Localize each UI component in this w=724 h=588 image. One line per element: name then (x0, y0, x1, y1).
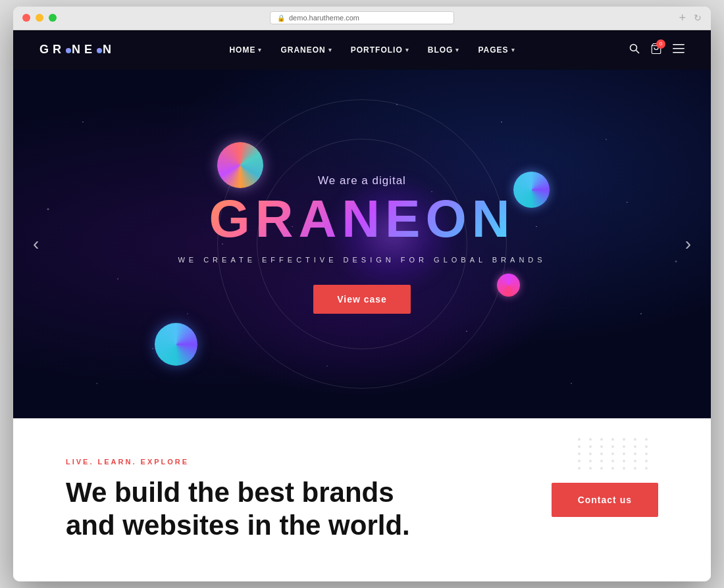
nav-link-blog[interactable]: BLOG ▾ (428, 45, 460, 55)
url-text: demo.harutheme.com (289, 14, 359, 22)
chevron-down-icon: ▾ (258, 47, 262, 53)
svg-rect-5 (673, 52, 685, 53)
search-button[interactable] (629, 43, 640, 57)
nav-item-graneon[interactable]: GRANEON ▾ (280, 45, 332, 55)
contact-us-button[interactable]: Contact us (552, 483, 658, 517)
mac-minimize-button[interactable] (36, 14, 43, 22)
nav-item-portfolio[interactable]: PORTFOLIO ▾ (351, 45, 409, 55)
nav-item-pages[interactable]: PAGES ▾ (478, 45, 515, 55)
svg-rect-4 (673, 48, 685, 49)
chevron-down-icon-5: ▾ (511, 47, 515, 53)
site-wrapper: GRNEN HOME ▾ GRANEON ▾ PO (13, 30, 711, 582)
nav-link-home[interactable]: HOME ▾ (229, 45, 262, 55)
nav-item-home[interactable]: HOME ▾ (229, 45, 262, 55)
logo-dot (66, 48, 71, 53)
mac-close-button[interactable] (22, 14, 30, 22)
section-eyebrow: LIVE. LEARN. EXPLORE (66, 458, 434, 466)
svg-point-0 (631, 44, 637, 51)
hero-tagline: WE CREATE EFFECTIVE DESIGN FOR GLOBAL BR… (178, 256, 546, 264)
hero-section: ‹ › We are a digital GRANEON WE CREATE E… (13, 70, 711, 418)
hamburger-button[interactable] (673, 44, 685, 56)
new-tab-button[interactable]: + (679, 11, 686, 25)
section-text: LIVE. LEARN. EXPLORE We build the best b… (66, 458, 434, 543)
svg-rect-3 (673, 44, 685, 45)
planet-4 (155, 323, 197, 366)
chevron-down-icon-3: ▾ (405, 47, 409, 53)
dots-decoration (578, 438, 652, 470)
chevron-down-icon-2: ▾ (328, 47, 332, 53)
search-icon (629, 43, 640, 54)
hero-cta-button[interactable]: View case (313, 285, 411, 314)
nav-item-blog[interactable]: BLOG ▾ (428, 45, 460, 55)
cart-badge: 0 (656, 39, 665, 49)
svg-line-1 (636, 50, 640, 53)
reload-icon[interactable]: ↻ (694, 12, 702, 23)
hero-content: We are a digital GRANEON WE CREATE EFFEC… (178, 174, 546, 314)
nav-link-portfolio[interactable]: PORTFOLIO ▾ (351, 45, 409, 55)
mac-addressbar: 🔒 demo.harutheme.com (270, 11, 454, 24)
nav-link-pages[interactable]: PAGES ▾ (478, 45, 515, 55)
navbar: GRNEN HOME ▾ GRANEON ▾ PO (13, 30, 711, 70)
mac-fullscreen-button[interactable] (49, 14, 57, 22)
logo-dot-2 (97, 48, 102, 53)
chevron-down-icon-4: ▾ (455, 47, 459, 53)
slider-prev-button[interactable]: ‹ (26, 227, 45, 261)
nav-logo: GRNEN (39, 43, 115, 57)
slider-next-button[interactable]: › (679, 227, 698, 261)
cart-button[interactable]: 0 (650, 43, 662, 57)
mac-window: 🔒 demo.harutheme.com ↻ + GRNEN HOME ▾ (13, 7, 711, 582)
mac-titlebar: 🔒 demo.harutheme.com ↻ + (13, 7, 711, 30)
nav-menu: HOME ▾ GRANEON ▾ PORTFOLIO ▾ (229, 45, 515, 55)
hamburger-icon (673, 44, 685, 53)
nav-link-graneon[interactable]: GRANEON ▾ (280, 45, 332, 55)
lock-icon: 🔒 (277, 14, 285, 22)
hero-title: GRANEON (178, 193, 546, 245)
hero-subtitle: We are a digital (178, 174, 546, 187)
section-below-wrapper: LIVE. LEARN. EXPLORE We build the best b… (13, 418, 711, 582)
nav-icons: 0 (629, 43, 685, 57)
section-headline: We build the best brands and websites in… (66, 476, 434, 543)
